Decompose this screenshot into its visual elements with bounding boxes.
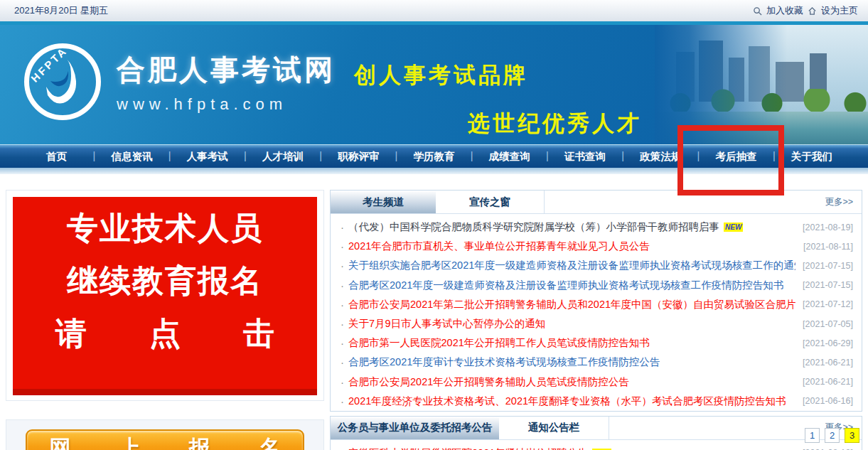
carousel-slide[interactable]: 专业技术人员 继续教育报名 请 点 击: [13, 197, 317, 389]
page: 2021年8月20日 星期五 加入收藏 设为主页 HFPTA: [0, 0, 868, 450]
news-title[interactable]: 合肥考区2021年度一级建造师资格及注册设备监理师执业资格考试现场核查工作疫情防…: [348, 279, 783, 292]
site-name: 合肥人事考试网: [117, 50, 336, 90]
slogan-line2: 选世纪优秀人才: [468, 109, 642, 139]
news-panel: 考生频道 宣传之窗 更多>> （代发）中国科学院合肥物质科学研究院附属学校（筹）…: [330, 190, 862, 412]
magnifier-icon: [753, 6, 762, 16]
right-column: 考生频道 宣传之窗 更多>> （代发）中国科学院合肥物质科学研究院附属学校（筹）…: [330, 190, 862, 450]
home-icon: [808, 6, 817, 16]
online-register-button[interactable]: 网 上 报 名: [26, 429, 304, 450]
news-item[interactable]: 合肥市公安局2021年公开招聘警务辅助人员笔试疫情防控公告 [2021-06-2…: [341, 373, 853, 392]
news-date: [2021-06-21]: [795, 358, 853, 368]
news-item[interactable]: 合肥市第一人民医院2021年公开招聘工作人员笔试疫情防控告知书 [2021-06…: [341, 333, 853, 353]
news-date: [2021-07-15]: [795, 280, 853, 290]
carousel-text-line: 继续教育报名: [13, 265, 317, 296]
news-date: [2021-06-21]: [795, 377, 853, 387]
news-title[interactable]: 合肥市第一人民医院2021年公开招聘工作人员笔试疫情防控告知书: [348, 336, 650, 350]
nav-item[interactable]: 关于我们: [774, 150, 850, 164]
news-title[interactable]: 合肥市公安局2021年第二批公开招聘警务辅助人员和2021年度中国（安徽）自由贸…: [348, 298, 795, 311]
news-item[interactable]: 关于7月9日市人事考试中心暂停办公的通知 [2021-07-05]: [341, 314, 853, 333]
nav-item[interactable]: 职称评审: [321, 150, 396, 164]
carousel-page-button[interactable]: 2: [825, 428, 840, 443]
left-column: 专业技术人员 继续教育报名 请 点 击 1 2 3 网 上 报 名: [6, 190, 324, 450]
nav-bottom-strip: [0, 168, 868, 174]
announcement-tabs: 公务员与事业单位及委托招考公告 通知公告栏: [331, 417, 609, 439]
news-item[interactable]: （代发）中国科学院合肥物质科学研究院附属学校（筹）小学部骨干教师招聘启事 NEW…: [341, 218, 853, 237]
news-title[interactable]: 2021年合肥市市直机关、事业单位公开招募青年就业见习人员公告: [348, 240, 650, 253]
nav-item[interactable]: 人事考试: [170, 150, 245, 164]
carousel-text-line: 请 点 击: [13, 318, 317, 349]
city-photo: [655, 25, 868, 144]
news-item[interactable]: 合肥市公安局2021年第二批公开招聘警务辅助人员和2021年度中国（安徽）自由贸…: [341, 295, 853, 314]
news-title[interactable]: 合肥考区2021年度审计专业技术资格考试现场核查工作疫情防控公告: [348, 355, 660, 369]
news-title[interactable]: （代发）中国科学院合肥物质科学研究院附属学校（筹）小学部骨干教师招聘启事: [348, 220, 719, 234]
current-date: 2021年8月20日 星期五: [14, 4, 108, 17]
nav-item[interactable]: 成绩查询: [472, 150, 547, 164]
news-date: [2021-07-15]: [795, 261, 853, 271]
news-title[interactable]: 2021年度经济专业技术资格考试、2021年度翻译专业资格（水平）考试合肥考区疫…: [348, 395, 786, 408]
site-logo-icon: HFPTA: [24, 43, 101, 120]
news-panel-header: 考生频道 宣传之窗 更多>>: [331, 191, 862, 214]
panel-tab[interactable]: 通知公告栏: [499, 417, 609, 439]
news-title[interactable]: 关于7月9日市人事考试中心暂停办公的通知: [348, 317, 545, 331]
nav-item[interactable]: 证书查询: [547, 150, 623, 164]
news-title[interactable]: 安徽医科大学附属巢湖医院2021年紧缺岗位招聘公告: [348, 446, 588, 450]
news-date: [2021-08-11]: [796, 242, 853, 252]
news-more-link[interactable]: 更多>>: [825, 196, 862, 208]
carousel-bottom-bar: [13, 389, 317, 395]
news-date: [2021-06-29]: [795, 338, 853, 348]
news-title[interactable]: 关于组织实施合肥考区2021年度一级建造师资格及注册设备监理师执业资格考试现场核…: [348, 259, 795, 272]
news-tabs: 考生频道 宣传之窗: [331, 191, 545, 213]
nav-item[interactable]: 人才培训: [245, 150, 321, 164]
carousel-page-button[interactable]: 1: [805, 428, 820, 443]
news-date: [2021-08-19]: [795, 223, 853, 232]
content: 专业技术人员 继续教育报名 请 点 击 1 2 3 网 上 报 名 考生频道 宣…: [0, 174, 868, 450]
news-item[interactable]: 安徽医科大学附属巢湖医院2021年紧缺岗位招聘公告 NEW [2021-08-1…: [341, 444, 853, 450]
panel-tab[interactable]: 宣传之窗: [436, 191, 545, 213]
topbar-links: 加入收藏 设为主页: [753, 4, 858, 17]
panel-tab[interactable]: 考生频道: [331, 191, 436, 213]
news-item[interactable]: 2021年度经济专业技术资格考试、2021年度翻译专业资格（水平）考试合肥考区疫…: [341, 392, 853, 411]
main-nav: 首页 信息资讯 人事考试 人才培训 职称评审 学历教育 成绩查询 证书查询 政策…: [0, 144, 868, 168]
panel-tab[interactable]: 公务员与事业单位及委托招考公告: [331, 417, 499, 439]
slogan-line1: 创人事考试品牌: [354, 60, 642, 90]
site-url: www.hfpta.com: [117, 95, 336, 114]
news-item[interactable]: 2021年合肥市市直机关、事业单位公开招募青年就业见习人员公告 [2021-08…: [341, 237, 853, 256]
register-panel: 网 上 报 名: [6, 419, 324, 450]
news-date: [2021-07-12]: [795, 299, 853, 309]
logo-swoosh-icon: [33, 53, 93, 115]
announcement-panel: 公务员与事业单位及委托招考公告 通知公告栏 更多>> 安徽医科大学附属巢湖医院2…: [330, 416, 862, 450]
carousel-panel: 专业技术人员 继续教育报名 请 点 击 1 2 3: [6, 190, 324, 401]
news-item[interactable]: 合肥考区2021年度一级建造师资格及注册设备监理师执业资格考试现场核查工作疫情防…: [341, 276, 853, 295]
news-date: [2021-06-16]: [795, 396, 853, 406]
nav-item[interactable]: 信息资讯: [94, 150, 169, 164]
news-item[interactable]: 合肥考区2021年度审计专业技术资格考试现场核查工作疫情防控公告 [2021-0…: [341, 353, 853, 372]
site-banner: HFPTA 合肥人事考试网 www.hfpta.com 创人事考试品牌 选世纪优…: [0, 25, 868, 144]
topbar: 2021年8月20日 星期五 加入收藏 设为主页: [0, 0, 868, 21]
news-item[interactable]: 关于组织实施合肥考区2021年度一级建造师资格及注册设备监理师执业资格考试现场核…: [341, 256, 853, 275]
news-title[interactable]: 合肥市公安局2021年公开招聘警务辅助人员笔试疫情防控公告: [348, 375, 629, 389]
news-list: （代发）中国科学院合肥物质科学研究院附属学校（筹）小学部骨干教师招聘启事 NEW…: [331, 214, 862, 411]
carousel-pager: 1 2 3: [805, 428, 859, 443]
add-favorite-link[interactable]: 加入收藏: [766, 4, 803, 17]
carousel-text-line: 专业技术人员: [13, 213, 317, 244]
carousel-page-button[interactable]: 3: [845, 428, 859, 443]
nav-item[interactable]: 政策法规: [623, 150, 698, 164]
banner-slogan: 创人事考试品牌 选世纪优秀人才: [354, 60, 642, 139]
announcement-list: 安徽医科大学附属巢湖医院2021年紧缺岗位招聘公告 NEW [2021-08-1…: [331, 440, 862, 450]
announcement-panel-header: 公务员与事业单位及委托招考公告 通知公告栏 更多>>: [331, 417, 862, 440]
news-date: [2021-07-05]: [795, 319, 853, 329]
nav-item[interactable]: 首页: [18, 150, 94, 164]
logo-area: HFPTA 合肥人事考试网 www.hfpta.com: [24, 43, 336, 120]
nav-item[interactable]: 学历教育: [396, 150, 471, 164]
set-homepage-link[interactable]: 设为主页: [821, 4, 858, 17]
nav-item[interactable]: 考后抽查: [698, 150, 773, 164]
new-badge: NEW: [724, 223, 743, 232]
